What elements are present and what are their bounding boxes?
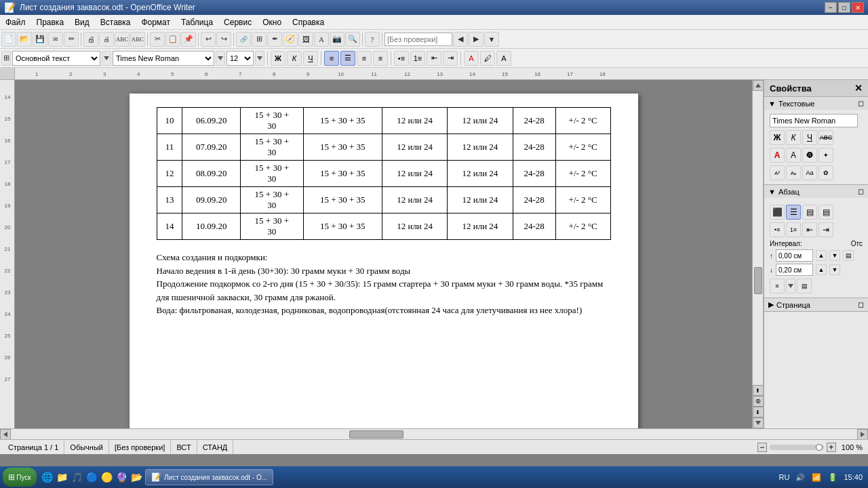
font-dropdown-button[interactable] xyxy=(216,51,225,66)
panel-para-extra-button[interactable]: ▤ xyxy=(797,279,812,293)
menu-file[interactable]: Файл xyxy=(0,15,31,29)
redo-button[interactable]: ↪ xyxy=(216,32,231,47)
panel-italic-button[interactable]: К xyxy=(786,130,801,145)
bold-button[interactable]: Ж xyxy=(271,51,285,66)
spellcheck-button[interactable]: ABC xyxy=(115,32,130,47)
panel-close-button[interactable]: ✕ xyxy=(854,83,863,94)
print-preview-button[interactable]: 🖨 xyxy=(83,32,98,47)
open-button[interactable]: 📂 xyxy=(17,32,32,47)
font-select[interactable]: Times New Roman xyxy=(113,51,214,66)
taskbar-browser-icon[interactable]: 🔵 xyxy=(84,470,99,485)
menu-table[interactable]: Таблица xyxy=(176,15,218,29)
hscroll-thumb[interactable] xyxy=(349,430,403,439)
panel-bold-button[interactable]: Ж xyxy=(770,130,785,145)
close-button[interactable]: ✕ xyxy=(852,2,864,13)
taskbar-media-icon[interactable]: 🎵 xyxy=(69,470,84,485)
vertical-scrollbar[interactable]: ⬆ ⦿ ⬇ xyxy=(752,80,763,428)
insert-graphic-button[interactable]: 📷 xyxy=(330,32,344,47)
menu-insert[interactable]: Вставка xyxy=(95,15,136,29)
scroll-next-page-button[interactable]: ⬇ xyxy=(753,407,764,418)
edit-button[interactable]: ✏ xyxy=(64,32,79,47)
scroll-track[interactable] xyxy=(753,91,763,385)
panel-paragraph-header[interactable]: ▼ Абзац ◻ xyxy=(764,185,868,198)
print-button[interactable]: 🖨 xyxy=(99,32,114,47)
cut-button[interactable]: ✂ xyxy=(150,32,165,47)
systray-volume[interactable]: 🔊 xyxy=(795,472,806,483)
find-prev-button[interactable]: ◀ xyxy=(453,32,468,47)
navigator-button[interactable]: 🧭 xyxy=(283,32,298,47)
panel-special2-button[interactable]: ✿ xyxy=(818,165,833,180)
bullet-list-button[interactable]: •≡ xyxy=(394,51,409,66)
panel-align-center-button[interactable]: ☰ xyxy=(786,205,801,220)
find-input[interactable] xyxy=(384,33,452,46)
hscroll-left-button[interactable] xyxy=(0,429,11,440)
panel-strikethrough-button[interactable]: ABC xyxy=(818,130,833,145)
save-button[interactable]: 💾 xyxy=(33,32,47,47)
find-options-button[interactable]: ▼ xyxy=(484,32,499,47)
panel-align-right-button[interactable]: ▤ xyxy=(802,205,817,220)
taskbar-ie-icon[interactable]: 🌐 xyxy=(39,470,54,485)
scroll-down-button[interactable] xyxy=(753,418,764,428)
selection-mode-indicator[interactable]: СТАНД xyxy=(197,440,234,454)
panel-bg-color-button[interactable]: 🅐 xyxy=(802,148,817,163)
panel-spacing1-extra-button[interactable]: ▤ xyxy=(843,250,854,261)
insert-mode-indicator[interactable]: ВСТ xyxy=(171,440,197,454)
taskbar-app-icon[interactable]: 🔮 xyxy=(114,470,129,485)
horizontal-scrollbar[interactable] xyxy=(0,428,868,439)
spellcheck-indicator[interactable]: [Без проверки] xyxy=(109,440,171,454)
panel-font-input[interactable] xyxy=(770,114,858,127)
panel-spacing2-up-button[interactable]: ▲ xyxy=(816,264,827,275)
systray-network[interactable]: 📶 xyxy=(811,472,822,483)
panel-font-color-button[interactable]: A xyxy=(770,148,785,163)
menu-tools[interactable]: Сервис xyxy=(218,15,257,29)
scroll-prev-page-button[interactable]: ⬆ xyxy=(753,385,764,396)
paste-button[interactable]: 📌 xyxy=(181,32,196,47)
align-justify-button[interactable]: ≡ xyxy=(373,51,388,66)
taskbar-chrome-icon[interactable]: 🟡 xyxy=(99,470,114,485)
panel-linespacing-dropdown[interactable] xyxy=(786,279,795,293)
menu-format[interactable]: Формат xyxy=(136,15,176,29)
email-button[interactable]: ✉ xyxy=(48,32,63,47)
size-select[interactable]: 12 xyxy=(226,51,254,66)
zoom-slider-thumb[interactable] xyxy=(816,444,823,451)
panel-underline-button[interactable]: Ч xyxy=(802,130,817,145)
document-area[interactable]: 10 06.09.20 15 + 30 +30 15 + 30 + 35 12 … xyxy=(15,80,752,428)
systray-battery[interactable]: 🔋 xyxy=(827,472,838,483)
panel-spacing1-input[interactable] xyxy=(776,249,813,262)
panel-spacing1-up-button[interactable]: ▲ xyxy=(816,250,827,261)
highlight-button[interactable]: 🖊 xyxy=(480,51,495,66)
zoom-in-button[interactable]: + xyxy=(827,443,836,452)
size-dropdown-button[interactable] xyxy=(255,51,264,66)
panel-spacing2-down-button[interactable]: ▼ xyxy=(829,264,840,275)
taskbar-active-window[interactable]: 📝 Лист создания заквасок.odt - O... xyxy=(145,469,273,485)
find-button[interactable]: 🔍 xyxy=(345,32,360,47)
taskbar-files-icon[interactable]: 📂 xyxy=(129,470,144,485)
panel-highlight-button[interactable]: A xyxy=(786,148,801,163)
panel-special-button[interactable]: ✦ xyxy=(818,148,833,163)
hscroll-right-button[interactable] xyxy=(857,429,868,440)
numbered-list-button[interactable]: 1≡ xyxy=(410,51,425,66)
hscroll-track[interactable] xyxy=(11,429,857,439)
fontwork-button[interactable]: A xyxy=(314,32,329,47)
panel-text-header[interactable]: ▼ Текстовые ◻ xyxy=(764,97,868,110)
menu-view[interactable]: Вид xyxy=(69,15,95,29)
zoom-out-button[interactable]: − xyxy=(757,443,767,452)
style-dropdown-button[interactable] xyxy=(102,51,111,66)
taskbar-folder-icon[interactable]: 📁 xyxy=(54,470,69,485)
panel-bullet-button[interactable]: •≡ xyxy=(770,222,785,237)
table-button[interactable]: ⊞ xyxy=(252,32,267,47)
draw-button[interactable]: ✒ xyxy=(267,32,282,47)
style-toggle-button[interactable]: ⊞ xyxy=(1,51,11,66)
panel-indent-inc-button[interactable]: ⇥ xyxy=(818,222,833,237)
align-right-button[interactable]: ≡ xyxy=(357,51,372,66)
menu-edit[interactable]: Правка xyxy=(31,15,70,29)
align-center-button[interactable]: ☰ xyxy=(340,51,355,66)
minimize-button[interactable]: − xyxy=(825,2,837,13)
zoom-slider[interactable] xyxy=(770,445,824,450)
copy-button[interactable]: 📋 xyxy=(165,32,180,47)
menu-window[interactable]: Окно xyxy=(257,15,287,29)
align-left-button[interactable]: ≡ xyxy=(324,51,339,66)
panel-spacing2-input[interactable] xyxy=(776,264,813,276)
maximize-button[interactable]: □ xyxy=(838,2,850,13)
indent-increase-button[interactable]: ⇥ xyxy=(443,51,458,66)
